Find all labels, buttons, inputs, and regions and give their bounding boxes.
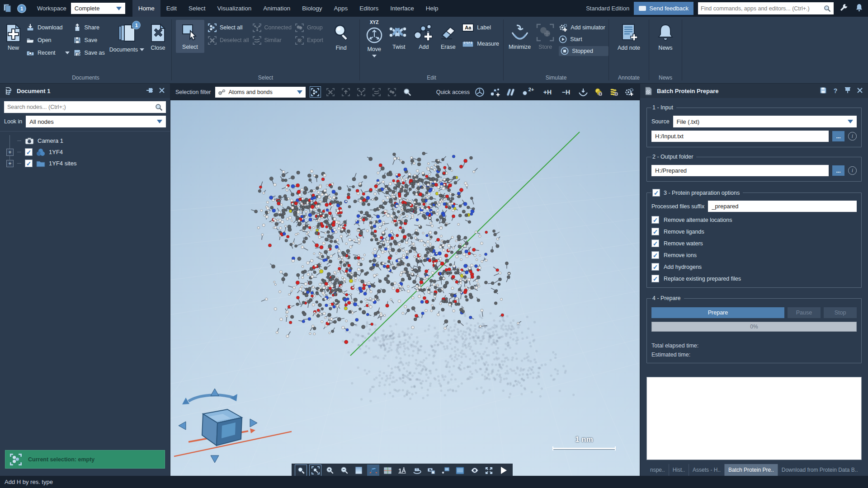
info-icon[interactable]: i	[848, 166, 857, 175]
zoom-out-button[interactable]	[338, 465, 350, 476]
pin-icon[interactable]	[844, 87, 852, 95]
option-add-hydrogens[interactable]: ✓Add hydrogens	[651, 263, 857, 271]
grid-plane-button[interactable]	[382, 465, 394, 476]
add-note-button[interactable]: Add note	[613, 20, 645, 54]
checkbox[interactable]: ✓	[651, 251, 659, 259]
menu-select[interactable]: Select	[183, 0, 212, 17]
option-remove-ions[interactable]: ✓Remove ions	[651, 251, 857, 259]
checkbox[interactable]: ✓	[651, 239, 659, 247]
node-search[interactable]	[4, 101, 166, 113]
recent-dropdown-icon[interactable]	[65, 52, 70, 54]
navigation-cube[interactable]	[175, 388, 261, 464]
output-path-field[interactable]	[651, 165, 829, 176]
tab-history[interactable]: Hist..	[669, 464, 689, 476]
menu-animation[interactable]: Animation	[257, 0, 296, 17]
expand-icon[interactable]: +	[6, 160, 14, 167]
add-simulator-button[interactable]: Add simulator	[559, 23, 609, 33]
checkbox[interactable]: ✓	[651, 216, 659, 224]
tab-inspector[interactable]: nspe..	[646, 464, 669, 476]
camera-snapshot-button[interactable]	[425, 465, 437, 476]
erase-button[interactable]: Erase	[438, 20, 458, 53]
help-icon[interactable]: ?	[831, 87, 840, 94]
select-tool-button[interactable]: Select	[176, 20, 204, 53]
recent-button[interactable]: Recent	[26, 48, 70, 58]
option-replace-existing[interactable]: ✓Replace existing prepared files	[651, 275, 857, 282]
add-button[interactable]: Add	[413, 20, 434, 53]
share-button[interactable]: Share	[73, 23, 105, 33]
background-button[interactable]	[353, 465, 365, 476]
documents-dropdown-icon[interactable]	[140, 48, 144, 51]
news-button[interactable]: News	[653, 20, 678, 54]
twist-button[interactable]: Twist	[388, 20, 410, 53]
save-as-button[interactable]: Save as	[73, 48, 105, 58]
fullscreen-button[interactable]	[483, 465, 495, 476]
menu-biology[interactable]: Biology	[296, 0, 328, 17]
qa-move-wheel-icon[interactable]	[474, 86, 485, 98]
zoom-selection-button[interactable]	[309, 465, 321, 476]
visibility-eye-button[interactable]	[468, 465, 481, 476]
minimize-button[interactable]: Minimize	[508, 20, 532, 53]
tab-batch-protein-prepare[interactable]: Batch Protein Pre..	[725, 464, 778, 476]
node-search-input[interactable]	[7, 104, 155, 110]
input-path-field[interactable]	[651, 131, 829, 142]
checkbox[interactable]: ✓	[651, 263, 659, 271]
zoom-window-button[interactable]	[295, 465, 307, 476]
option-remove-alternate[interactable]: ✓Remove alternate locations	[651, 216, 857, 224]
preferences-wrench-icon[interactable]	[838, 3, 849, 14]
option-remove-waters[interactable]: ✓Remove waters	[651, 239, 857, 247]
orientation-cube-button[interactable]	[367, 465, 379, 476]
look-in-select[interactable]: All nodes	[26, 116, 166, 127]
qa-add-residue-icon[interactable]	[593, 86, 604, 98]
move-dropdown-icon[interactable]	[372, 55, 377, 57]
camera-orbit-button[interactable]	[410, 465, 423, 476]
suffix-field[interactable]	[708, 201, 857, 212]
qa-bonds-icon[interactable]	[505, 86, 516, 98]
menu-help[interactable]: Help	[420, 0, 444, 17]
menu-apps[interactable]: Apps	[328, 0, 354, 17]
documents-button[interactable]: 1 Documents	[108, 20, 145, 56]
send-feedback-button[interactable]: Send feedback	[634, 2, 693, 15]
qa-minimize-icon[interactable]	[577, 86, 589, 98]
visibility-checkbox[interactable]: ✓	[25, 160, 33, 167]
command-search[interactable]	[698, 2, 834, 14]
notifications-bell-icon[interactable]	[854, 3, 864, 14]
new-document-button[interactable]: New	[4, 20, 23, 54]
filter-search-button[interactable]	[402, 86, 413, 98]
menu-edit[interactable]: Edit	[160, 0, 183, 17]
browse-output-button[interactable]: ...	[832, 165, 844, 176]
callout-button[interactable]	[439, 465, 452, 476]
visibility-checkbox[interactable]: ✓	[25, 148, 33, 156]
save-settings-icon[interactable]	[819, 87, 827, 95]
qa-add-hydrogen-button[interactable]: +H	[540, 86, 555, 98]
units-button[interactable]: 1Å	[396, 465, 408, 476]
checkbox[interactable]: ✓	[651, 275, 659, 282]
source-select[interactable]: File (.txt)	[673, 116, 857, 127]
browse-input-button[interactable]: ...	[832, 131, 844, 141]
menu-editors[interactable]: Editors	[354, 0, 384, 17]
stopped-button[interactable]: Stopped	[559, 46, 609, 56]
tree-item-camera[interactable]: Camera 1	[6, 135, 170, 146]
menu-visualization[interactable]: Visualization	[212, 0, 258, 17]
viewport[interactable]: Selection filter Atoms and bonds	[170, 84, 640, 476]
expand-icon[interactable]: +	[6, 149, 14, 156]
move-button[interactable]: XYZ Move	[364, 20, 384, 60]
search-icon[interactable]	[155, 103, 163, 111]
qa-simulator-gear-icon[interactable]	[623, 86, 635, 98]
option-remove-ligands[interactable]: ✓Remove ligands	[651, 228, 857, 235]
close-panel-icon[interactable]	[856, 87, 864, 95]
measure-button[interactable]: Measure	[462, 39, 499, 49]
tree-item-1yf4[interactable]: + ✓ 1YF4	[6, 146, 170, 158]
pin-icon[interactable]	[146, 87, 154, 95]
presentation-button[interactable]	[454, 465, 466, 476]
qa-add-chain-icon[interactable]	[608, 86, 619, 98]
close-panel-icon[interactable]	[158, 87, 166, 95]
tab-assets[interactable]: Assets - H..	[689, 464, 725, 476]
qa-remove-hydrogen-button[interactable]: −H	[559, 86, 573, 98]
play-button[interactable]	[497, 465, 509, 476]
search-icon[interactable]	[824, 5, 831, 12]
tab-download-pdb[interactable]: Download from Protein Data B..	[778, 464, 862, 476]
results-list[interactable]	[646, 377, 862, 460]
menu-interface[interactable]: Interface	[384, 0, 420, 17]
tree-item-1yf4-sites[interactable]: + ✓ 1YF4 sites	[6, 158, 170, 169]
select-all-button[interactable]: Select all	[208, 23, 249, 33]
